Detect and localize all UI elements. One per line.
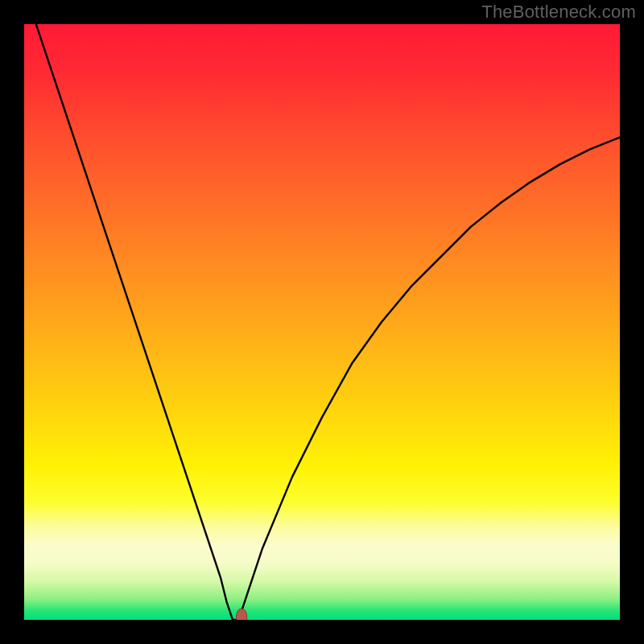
plot-area bbox=[24, 24, 620, 620]
chart-frame: TheBottleneck.com bbox=[0, 0, 644, 644]
chart-svg bbox=[24, 24, 620, 620]
gradient-rect bbox=[24, 24, 620, 620]
optimum-marker bbox=[236, 609, 246, 620]
watermark-text: TheBottleneck.com bbox=[481, 2, 636, 23]
